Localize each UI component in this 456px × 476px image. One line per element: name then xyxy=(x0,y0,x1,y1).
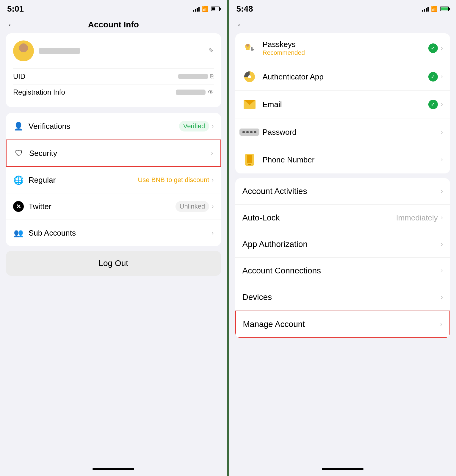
avatar-head xyxy=(19,43,28,52)
registration-row: Registration Info 👁 xyxy=(13,84,214,100)
security-item-passkeys[interactable]: Passkeys Recommended ✓ › xyxy=(235,33,450,63)
chevron-right-icon: › xyxy=(441,214,443,222)
other-item-auto-lock[interactable]: Auto-Lock Immediately › xyxy=(235,205,450,231)
security-item-authenticator[interactable]: Authenticator App ✓ › xyxy=(235,63,450,91)
email-icon xyxy=(242,97,257,112)
svg-rect-2 xyxy=(246,47,250,50)
auto-lock-value: Immediately xyxy=(396,213,438,223)
password-icon xyxy=(242,125,257,139)
svg-point-7 xyxy=(248,75,251,78)
unlinked-badge: Unlinked xyxy=(175,201,209,212)
sidebar-item-regular[interactable]: 🌐 Regular Use BNB to get discount › xyxy=(6,167,221,193)
chevron-right-icon: › xyxy=(441,101,443,108)
edit-icon[interactable]: ✎ xyxy=(209,47,214,55)
sidebar-item-security[interactable]: 🛡 Security › xyxy=(6,140,221,167)
wifi-icon: 📶 xyxy=(431,6,438,12)
auto-lock-label: Auto-Lock xyxy=(242,213,396,223)
uid-row: UID ⎘ xyxy=(13,68,214,84)
phone-text: Phone Number xyxy=(263,155,441,165)
profile-card: ✎ UID ⎘ Registration Info 👁 xyxy=(6,33,221,107)
passkeys-text: Passkeys Recommended xyxy=(263,40,428,56)
home-bar xyxy=(322,468,363,470)
other-item-account-connections[interactable]: Account Connections › xyxy=(235,258,450,284)
chevron-right-icon: › xyxy=(211,149,213,157)
security-label: Security xyxy=(29,149,211,158)
right-home-indicator xyxy=(229,462,456,476)
uid-value-area: ⎘ xyxy=(178,73,214,80)
regular-label: Regular xyxy=(29,176,138,185)
registration-blurred xyxy=(176,90,206,95)
avatar-shoulders xyxy=(16,52,31,61)
passkeys-title: Passkeys xyxy=(263,40,428,49)
other-item-manage-account[interactable]: Manage Account › xyxy=(235,311,450,338)
left-content: ✎ UID ⎘ Registration Info 👁 👤 xyxy=(0,33,227,462)
chevron-right-icon: › xyxy=(211,229,214,237)
sidebar-item-sub-accounts[interactable]: 👥 Sub Accounts › xyxy=(6,220,221,246)
logout-button[interactable]: Log Out xyxy=(6,251,221,276)
sidebar-item-verifications[interactable]: 👤 Verifications Verified › xyxy=(6,113,221,140)
right-status-bar: 5:48 📶 xyxy=(229,0,456,16)
panel-divider xyxy=(227,0,229,476)
security-item-email[interactable]: Email ✓ › xyxy=(235,91,450,118)
right-status-icons: 📶 xyxy=(422,6,449,12)
left-panel: 5:01 📶 ← Account Info xyxy=(0,0,227,476)
security-item-phone[interactable]: Phone Number › xyxy=(235,146,450,173)
chevron-right-icon: › xyxy=(441,240,443,248)
registration-value-area: 👁 xyxy=(176,89,214,96)
left-status-bar: 5:01 📶 xyxy=(0,0,227,16)
home-bar xyxy=(93,468,134,470)
sub-accounts-label: Sub Accounts xyxy=(29,228,211,238)
sidebar-item-twitter[interactable]: ✕ Twitter Unlinked › xyxy=(6,193,221,220)
right-back-button[interactable]: ← xyxy=(236,20,245,30)
left-menu-list: 👤 Verifications Verified › 🛡 Security › … xyxy=(6,113,221,246)
svg-rect-4 xyxy=(252,49,254,50)
phone-title: Phone Number xyxy=(263,155,441,165)
verifications-label: Verifications xyxy=(29,122,179,131)
other-list: Account Activities › Auto-Lock Immediate… xyxy=(235,178,450,338)
eye-icon[interactable]: 👁 xyxy=(208,89,214,96)
svg-rect-12 xyxy=(248,164,251,165)
left-time: 5:01 xyxy=(7,4,24,14)
chevron-right-icon: › xyxy=(441,187,443,195)
wifi-icon: 📶 xyxy=(202,6,209,12)
sub-accounts-icon: 👥 xyxy=(13,228,24,238)
security-list: Passkeys Recommended ✓ › Authenticator A… xyxy=(235,33,450,173)
chevron-right-icon: › xyxy=(441,44,443,52)
authenticator-title: Authenticator App xyxy=(263,72,428,82)
manage-account-label: Manage Account xyxy=(243,320,440,329)
other-item-account-activities[interactable]: Account Activities › xyxy=(235,178,450,205)
phone-icon xyxy=(242,153,257,167)
username-area xyxy=(39,48,209,54)
verified-badge: Verified xyxy=(179,121,209,131)
email-check-icon: ✓ xyxy=(428,100,438,109)
chevron-right-icon: › xyxy=(441,267,443,275)
authenticator-check-icon: ✓ xyxy=(428,72,438,82)
right-nav-header: ← xyxy=(229,16,456,33)
right-time: 5:48 xyxy=(236,4,253,14)
right-content: Passkeys Recommended ✓ › Authenticator A… xyxy=(229,33,456,462)
left-page-title: Account Info xyxy=(88,20,139,29)
email-text: Email xyxy=(263,100,428,109)
authenticator-icon xyxy=(242,70,257,84)
signal-icon xyxy=(422,6,429,12)
copy-icon[interactable]: ⎘ xyxy=(210,73,214,80)
left-nav-header: ← Account Info xyxy=(0,16,227,33)
right-panel: 5:48 📶 ← xyxy=(229,0,456,476)
username-blurred xyxy=(39,48,80,54)
chevron-right-icon: › xyxy=(211,203,214,210)
svg-rect-11 xyxy=(247,155,252,163)
left-back-button[interactable]: ← xyxy=(7,20,16,30)
email-title: Email xyxy=(263,100,428,109)
other-item-app-authorization[interactable]: App Authorization › xyxy=(235,231,450,258)
signal-icon xyxy=(193,6,200,12)
passkeys-subtitle: Recommended xyxy=(263,49,428,56)
chevron-right-icon: › xyxy=(211,122,214,130)
registration-label: Registration Info xyxy=(13,88,65,96)
other-item-devices[interactable]: Devices › xyxy=(235,284,450,311)
battery-icon xyxy=(211,7,220,11)
bnb-badge: Use BNB to get discount xyxy=(138,176,209,184)
chevron-right-icon: › xyxy=(441,156,443,164)
security-item-password[interactable]: Password › xyxy=(235,118,450,146)
globe-icon: 🌐 xyxy=(13,175,24,185)
chevron-right-icon: › xyxy=(441,128,443,136)
